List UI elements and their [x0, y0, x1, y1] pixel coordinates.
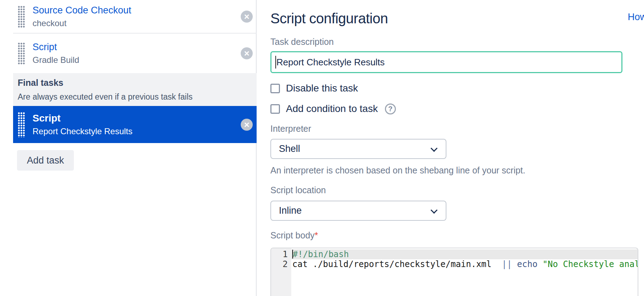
task-description-label: Task description [270, 37, 334, 47]
close-icon: × [244, 120, 249, 129]
script-location-label: Script location [270, 185, 326, 195]
script-body-editor[interactable]: 1 #!/bin/bash 2 cat ./build/reports/chec… [270, 248, 638, 296]
script-location-selected-value: Inline [279, 205, 302, 216]
add-condition-row: Add condition to task ? [270, 103, 396, 114]
task-subtitle: Report Checkstyle Results [33, 126, 133, 136]
interpreter-selected-value: Shell [279, 143, 300, 154]
task-item-gradle-build[interactable]: Script Gradle Build × [13, 34, 257, 73]
code-token: #!/bin/bash [293, 249, 349, 259]
script-body-label: Script body* [270, 230, 318, 241]
add-task-button[interactable]: Add task [17, 150, 74, 171]
chevron-down-icon [431, 145, 438, 152]
chevron-down-icon [431, 207, 438, 214]
task-title-link[interactable]: Source Code Checkout [33, 5, 131, 16]
code-token: || [502, 259, 512, 269]
add-condition-checkbox[interactable] [270, 104, 280, 114]
task-item-source-code-checkout[interactable]: Source Code Checkout checkout × [13, 0, 257, 34]
task-title-link[interactable]: Script [33, 113, 133, 124]
final-tasks-section-header: Final tasks Are always executed even if … [13, 73, 257, 106]
code-token [512, 259, 517, 269]
task-description-input[interactable] [270, 51, 622, 73]
script-location-select[interactable]: Inline [270, 201, 446, 221]
task-subtitle: Gradle Build [33, 55, 79, 65]
code-content: cat ./build/reports/checkstyle/main.xml … [291, 259, 638, 269]
code-token: "No Checkstyle analy [543, 259, 638, 269]
code-line: 2 cat ./build/reports/checkstyle/main.xm… [271, 259, 638, 269]
close-icon: × [244, 49, 249, 58]
code-token: echo [517, 259, 538, 269]
code-content: #!/bin/bash [291, 249, 638, 259]
remove-task-button[interactable]: × [241, 119, 253, 131]
task-configuration-screen: Source Code Checkout checkout × Script G… [0, 0, 644, 296]
question-mark-glyph: ? [388, 105, 392, 113]
script-configuration-panel: Script configuration How Task descriptio… [257, 0, 644, 296]
disable-task-label: Disable this task [286, 83, 358, 94]
help-link[interactable]: How [628, 12, 644, 23]
line-number: 2 [271, 259, 291, 269]
editor-code-area[interactable]: 1 #!/bin/bash 2 cat ./build/reports/chec… [271, 248, 638, 269]
drag-handle-icon[interactable] [18, 42, 25, 64]
code-token: cat ./build/reports/checkstyle/main.xml [292, 259, 492, 269]
task-text: Source Code Checkout checkout [33, 5, 131, 28]
final-tasks-heading: Final tasks [18, 78, 257, 88]
text-cursor [275, 56, 276, 69]
final-tasks-description: Are always executed even if a previous t… [18, 92, 257, 102]
drag-handle-icon[interactable] [18, 112, 25, 137]
disable-task-checkbox[interactable] [270, 84, 280, 93]
drag-handle-icon[interactable] [18, 6, 25, 28]
task-text: Script Gradle Build [33, 42, 79, 65]
page-title: Script configuration [270, 11, 388, 26]
interpreter-label: Interpreter [270, 124, 311, 134]
help-icon[interactable]: ? [385, 103, 396, 114]
task-title-link[interactable]: Script [33, 42, 79, 53]
interpreter-helper-text: An interpreter is chosen based on the sh… [270, 165, 525, 176]
code-line: 1 #!/bin/bash [271, 249, 638, 259]
task-list-sidebar: Source Code Checkout checkout × Script G… [0, 0, 257, 296]
line-number: 1 [271, 249, 291, 259]
disable-task-row: Disable this task [270, 83, 358, 94]
close-icon: × [244, 12, 249, 21]
task-subtitle: checkout [33, 18, 131, 28]
task-item-report-checkstyle-selected[interactable]: Script Report Checkstyle Results × [13, 106, 257, 143]
task-text: Script Report Checkstyle Results [33, 113, 133, 136]
task-list: Source Code Checkout checkout × Script G… [13, 0, 257, 143]
add-condition-label: Add condition to task [286, 103, 378, 114]
required-marker: * [315, 230, 318, 240]
interpreter-select[interactable]: Shell [270, 139, 446, 159]
script-body-label-text: Script body [270, 230, 315, 240]
remove-task-button[interactable]: × [241, 47, 253, 59]
code-token [538, 259, 543, 269]
remove-task-button[interactable]: × [241, 11, 253, 23]
code-token [492, 259, 502, 269]
